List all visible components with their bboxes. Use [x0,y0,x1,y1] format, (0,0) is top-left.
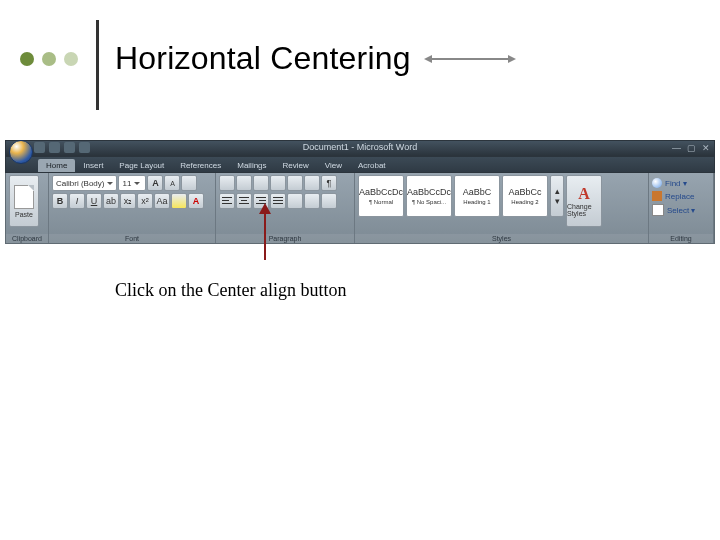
strike-button[interactable]: ab [103,193,119,209]
borders-button[interactable] [321,193,337,209]
slide-header: Horizontal Centering [0,40,720,100]
paste-button[interactable]: Paste [9,175,39,227]
select-button[interactable]: Select ▾ [652,204,695,216]
slide-title: Horizontal Centering [115,40,411,77]
style-name: ¶ No Spaci... [412,199,446,205]
style--normal[interactable]: AaBbCcDc¶ Normal [358,175,404,217]
tab-view[interactable]: View [317,159,350,172]
sort-button[interactable] [304,175,320,191]
tab-acrobat[interactable]: Acrobat [350,159,394,172]
change-styles-button[interactable]: AChange Styles [566,175,602,227]
shading-button[interactable] [304,193,320,209]
window-title: Document1 - Microsoft Word [6,142,714,152]
justify-button[interactable] [270,193,286,209]
group-label: Paragraph [216,234,354,243]
clear-formatting-button[interactable] [181,175,197,191]
multilevel-button[interactable] [253,175,269,191]
align-left-button[interactable] [219,193,235,209]
group-label: Styles [355,234,648,243]
font-family-combo[interactable]: Calibri (Body) [52,175,117,191]
group-label: Editing [649,234,713,243]
group-label: Font [49,234,215,243]
underline-button[interactable]: U [86,193,102,209]
style-heading-1[interactable]: AaBbCHeading 1 [454,175,500,217]
style-name: Heading 2 [511,199,538,205]
numbering-button[interactable] [236,175,252,191]
replace-button[interactable]: Replace [652,191,694,201]
line-spacing-button[interactable] [287,193,303,209]
style-sample: AaBbC [463,187,492,197]
align-center-button[interactable] [236,193,252,209]
callout-arrow [264,212,266,260]
replace-icon [652,191,662,201]
style-name: ¶ Normal [369,199,393,205]
group-label: Clipboard [6,234,48,243]
superscript-button[interactable]: x² [137,193,153,209]
select-icon [652,204,664,216]
decrease-indent-button[interactable] [270,175,286,191]
tab-review[interactable]: Review [275,159,317,172]
window-buttons: — ▢ ✕ [672,143,710,153]
shrink-font-button[interactable]: A [164,175,180,191]
change-styles-label: Change Styles [567,203,601,217]
styles-more-button[interactable]: ▴▾ [550,175,564,217]
bullet-dots [20,52,78,66]
bold-button[interactable]: B [52,193,68,209]
dot [64,52,78,66]
subscript-button[interactable]: x₂ [120,193,136,209]
find-icon [652,178,662,188]
increase-indent-button[interactable] [287,175,303,191]
change-styles-icon: A [578,185,590,203]
show-marks-button[interactable]: ¶ [321,175,337,191]
dot [42,52,56,66]
minimize-button[interactable]: — [672,143,681,153]
grow-font-button[interactable]: A [147,175,163,191]
style-sample: AaBbCcDc [359,187,403,197]
tab-references[interactable]: References [172,159,229,172]
group-paragraph: ¶ Paragraph [216,173,355,243]
office-button[interactable] [9,140,33,164]
title-bar: Document1 - Microsoft Word — ▢ ✕ [5,140,715,157]
group-styles: AaBbCcDc¶ NormalAaBbCcDc¶ No Spaci...AaB… [355,173,649,243]
group-clipboard: Paste Clipboard [6,173,49,243]
style-sample: AaBbCcDc [407,187,451,197]
instruction-text: Click on the Center align button [115,280,346,301]
font-color-button[interactable]: A [188,193,204,209]
find-label: Find ▾ [665,179,687,188]
arrow-decoration [430,58,510,60]
italic-button[interactable]: I [69,193,85,209]
tab-home[interactable]: Home [38,159,75,172]
find-button[interactable]: Find ▾ [652,178,687,188]
bullets-button[interactable] [219,175,235,191]
tab-insert[interactable]: Insert [75,159,111,172]
replace-label: Replace [665,192,694,201]
tab-page-layout[interactable]: Page Layout [111,159,172,172]
select-label: Select ▾ [667,206,695,215]
tab-mailings[interactable]: Mailings [229,159,274,172]
group-editing: Find ▾ Replace Select ▾ Editing [649,173,714,243]
font-size-combo[interactable]: 11 [118,175,146,191]
close-button[interactable]: ✕ [702,143,710,153]
text-effects-button[interactable]: Aa [154,193,170,209]
maximize-button[interactable]: ▢ [687,143,696,153]
highlight-button[interactable] [171,193,187,209]
style-heading-2[interactable]: AaBbCcHeading 2 [502,175,548,217]
ribbon: Paste Clipboard Calibri (Body) 11 A A B … [5,173,715,244]
style-sample: AaBbCc [508,187,541,197]
word-window: Document1 - Microsoft Word — ▢ ✕ HomeIns… [5,140,715,255]
style--no-spaci-[interactable]: AaBbCcDc¶ No Spaci... [406,175,452,217]
style-name: Heading 1 [463,199,490,205]
group-font: Calibri (Body) 11 A A B I U ab x₂ x² Aa … [49,173,216,243]
ribbon-tabs: HomeInsertPage LayoutReferencesMailingsR… [5,157,715,173]
paste-icon [14,185,34,209]
chevron-down-icon: ▾ [555,196,560,206]
paste-label: Paste [15,211,33,218]
chevron-up-icon: ▴ [555,186,560,196]
dot [20,52,34,66]
vertical-divider [96,20,99,110]
